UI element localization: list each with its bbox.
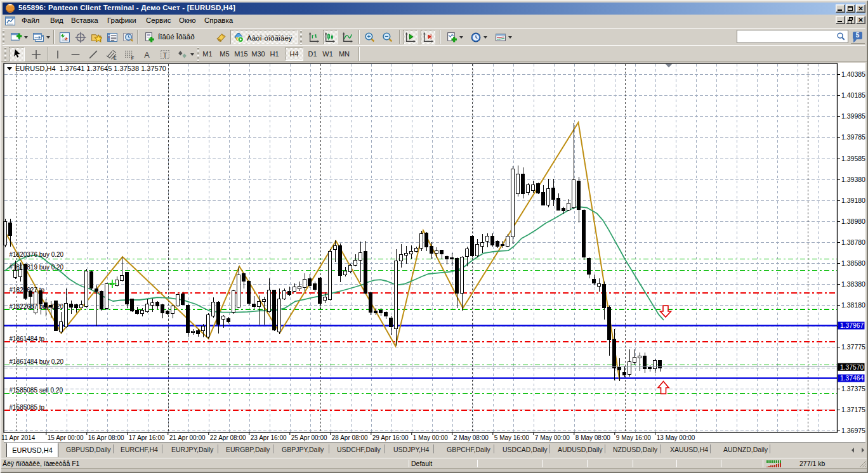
svg-text:1.37967: 1.37967 — [840, 322, 864, 329]
svg-text:A: A — [144, 51, 150, 60]
svg-text:1.39585: 1.39585 — [841, 155, 865, 162]
svg-text:1 May 00:00: 1 May 00:00 — [413, 434, 448, 441]
svg-text:1.39985: 1.39985 — [841, 112, 865, 120]
svg-text:#1822627 tp: #1822627 tp — [10, 287, 45, 294]
svg-text:1.40185: 1.40185 — [841, 91, 865, 99]
svg-text:1.37464: 1.37464 — [840, 375, 864, 382]
svg-text:1.38580: 1.38580 — [841, 259, 865, 267]
svg-text:#1861484 tp: #1861484 tp — [10, 335, 45, 342]
svg-text:1.37570: 1.37570 — [840, 364, 864, 371]
svg-text:17 Apr 16:00: 17 Apr 16:00 — [129, 434, 165, 441]
svg-text:#1585085 sell 0.20: #1585085 sell 0.20 — [10, 387, 63, 394]
svg-text:9 May 16:00: 9 May 16:00 — [616, 434, 651, 441]
svg-text:1.37375: 1.37375 — [841, 385, 865, 392]
svg-text:1.38980: 1.38980 — [841, 217, 865, 225]
svg-text:1.38380: 1.38380 — [841, 280, 865, 288]
svg-text:#1822687 buy 0.20: #1822687 buy 0.20 — [10, 303, 64, 310]
svg-text:29 Apr 16:00: 29 Apr 16:00 — [372, 434, 409, 441]
svg-text:#1810819 buy 0.20: #1810819 buy 0.20 — [10, 264, 64, 271]
svg-text:1.39180: 1.39180 — [841, 197, 865, 204]
svg-text:7 May 00:00: 7 May 00:00 — [535, 434, 570, 441]
svg-text:1.39785: 1.39785 — [841, 133, 865, 141]
svg-text:23 Apr 16:00: 23 Apr 16:00 — [251, 434, 287, 441]
svg-text:21 Apr 00:00: 21 Apr 00:00 — [169, 434, 206, 441]
svg-text:#1585085 tp: #1585085 tp — [10, 404, 45, 411]
svg-text:28 Apr 08:00: 28 Apr 08:00 — [332, 434, 368, 441]
svg-text:1.37175: 1.37175 — [841, 406, 865, 413]
svg-text:1.38780: 1.38780 — [841, 238, 865, 246]
svg-text:5 May 16:00: 5 May 16:00 — [494, 434, 529, 441]
svg-text:E: E — [113, 55, 116, 60]
svg-text:1.38180: 1.38180 — [841, 301, 865, 309]
svg-text:2 May 08:00: 2 May 08:00 — [454, 434, 489, 441]
svg-text:EURUSD,H4 1.37641 1.37645 1.3: EURUSD,H4 1.37641 1.37645 1.37538 1.3757… — [15, 65, 166, 72]
svg-text:#1861484 buy 0.20: #1861484 buy 0.20 — [10, 358, 64, 365]
svg-text:25 Apr 00:00: 25 Apr 00:00 — [291, 434, 327, 441]
svg-text:15 Apr 00:00: 15 Apr 00:00 — [48, 434, 84, 441]
svg-text:11 Apr 2014: 11 Apr 2014 — [1, 434, 36, 441]
svg-text:1.37775: 1.37775 — [841, 343, 865, 351]
svg-text:F: F — [131, 55, 134, 60]
svg-text:8 May 08:00: 8 May 08:00 — [575, 434, 610, 441]
svg-text:1.36975: 1.36975 — [841, 427, 865, 434]
svg-text:13 May 00:00: 13 May 00:00 — [657, 434, 695, 441]
svg-text:T: T — [162, 51, 167, 59]
svg-text:#1820376 buy 0.20: #1820376 buy 0.20 — [10, 251, 64, 258]
svg-text:22 Apr 08:00: 22 Apr 08:00 — [210, 434, 246, 441]
svg-text:1.40385: 1.40385 — [841, 70, 865, 78]
svg-text:1.39380: 1.39380 — [841, 176, 865, 183]
svg-text:16 Apr 08:00: 16 Apr 08:00 — [88, 434, 124, 441]
